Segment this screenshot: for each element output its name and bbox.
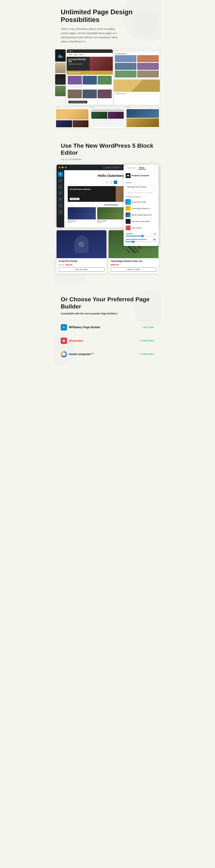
space-slider[interactable] xyxy=(126,242,156,242)
product-half-3 xyxy=(91,112,107,119)
tab-block[interactable]: Block xyxy=(138,166,146,169)
block-editor-demo-area: mystore.com/home xyxy=(55,165,160,278)
window-titlebar xyxy=(67,50,113,53)
columns-slider-thumb[interactable] xyxy=(142,235,144,237)
svg-rect-6 xyxy=(64,341,65,342)
hero-right xyxy=(90,57,113,71)
product-price-2: $805.00 xyxy=(97,222,125,223)
close-panel-button[interactable]: × xyxy=(155,166,156,169)
elementor-logo-svg xyxy=(62,339,65,342)
sidebar-item-media[interactable] xyxy=(58,190,63,196)
product-2-new-price: $805.00 xyxy=(111,264,119,266)
dot-g3 xyxy=(129,107,130,107)
product-2-info: Camouflage Hooded Cotton Jac $805.00 ADD… xyxy=(109,258,158,273)
product-name-1: Blue Hoodie xyxy=(68,220,96,222)
hero-banner-cta[interactable]: SHOP NOW xyxy=(70,198,80,200)
product-row-2 xyxy=(67,89,113,99)
product-list-item-4: Navy Hoodie xyxy=(126,225,156,231)
bottom-feature-screen: Featured Product xyxy=(114,80,160,105)
search-placeholder: Search products to display xyxy=(130,191,153,193)
close-dot xyxy=(68,51,69,52)
screen-bar-1 xyxy=(55,106,89,108)
product-2-add-to-cart[interactable]: ADD TO CART xyxy=(111,268,156,272)
screen-bar-3 xyxy=(126,106,160,108)
list-row-2 xyxy=(91,122,124,124)
product-thumb-1 xyxy=(126,206,130,211)
product-thumb-4 xyxy=(126,225,130,230)
product-name-list-1: Camouflage Hooded Cc xyxy=(131,208,156,210)
products-list: Script Print Hoodie×Camouflage Hooded Cc… xyxy=(126,199,156,231)
space-label-row: Space Between Products 30 xyxy=(126,239,156,241)
product-tile-1 xyxy=(68,76,82,85)
list-row-3 xyxy=(91,124,124,127)
nav-about: About xyxy=(79,54,83,56)
source-dropdown[interactable]: Manually pick products ▼ xyxy=(126,185,156,189)
product-1-info: Script Print Hoodie $66.00 $55.00 ADD TO… xyxy=(57,258,106,273)
list-header xyxy=(91,109,124,111)
sidebar-icon-media xyxy=(60,192,61,194)
shop-screen-content: Top Selling Items xyxy=(114,52,160,79)
toolbar-btn-1[interactable]: ← xyxy=(105,181,109,184)
product-1-add-to-cart[interactable]: ADD TO CART xyxy=(59,268,104,272)
maximize-dot xyxy=(71,51,72,52)
product-1-image: KILLEYSTONOT OULANE xyxy=(57,230,106,258)
product-2-name: Camouflage Hooded Cotton Jac xyxy=(111,260,156,262)
hero-left: Associated With Ball Bag Discover the co… xyxy=(67,57,90,71)
sidebar-item-dashboard[interactable] xyxy=(58,172,63,177)
product-image-1 xyxy=(68,207,96,219)
sidebar-item-pages[interactable] xyxy=(58,178,63,183)
svg-rect-1 xyxy=(128,175,128,176)
sidebar-item-settings[interactable] xyxy=(58,209,63,215)
sidebar-item-posts[interactable] xyxy=(58,184,63,189)
dot-y3 xyxy=(128,107,128,107)
product-remove-btn-0[interactable]: × xyxy=(155,201,156,203)
nav-shop: Shop xyxy=(74,54,78,56)
svg-rect-2 xyxy=(128,175,129,176)
minimize-dot-editor xyxy=(62,166,64,168)
screen-content-2 xyxy=(90,108,125,128)
product-pair xyxy=(56,120,89,127)
product-grid-item-3 xyxy=(115,63,136,70)
block-type-indicator: Product Carousel xyxy=(124,172,158,180)
dot-r3 xyxy=(126,107,127,107)
featured-product-label: Featured Product xyxy=(115,93,159,94)
panel-header: Document Block × xyxy=(124,165,158,172)
vc-logo: vc visual composer™ xyxy=(61,351,94,358)
space-slider-thumb[interactable] xyxy=(132,241,134,243)
wpbakery-icon xyxy=(61,324,67,331)
footer-item-1: Mis-Posted Evening Outfit xyxy=(68,86,83,88)
product-image-2 xyxy=(97,207,125,219)
vc-logo-inner: vc xyxy=(62,352,66,356)
block-type-icon xyxy=(126,173,130,178)
product-search-field[interactable]: 🔍 Search products to display xyxy=(126,190,156,194)
panel-tabs: Document Block xyxy=(126,166,146,169)
svg-rect-3 xyxy=(63,340,64,342)
tab-document[interactable]: Document xyxy=(126,166,137,169)
sidebar-icon-pages xyxy=(60,180,61,181)
hoodie-graphic-1: KILLEYSTONOT OULANE xyxy=(57,230,106,258)
hero-description: There's a lot of freedome when it come t… xyxy=(61,27,120,44)
elementor-name: elementor xyxy=(69,339,83,343)
lookbook-screen xyxy=(126,106,160,128)
product-item-2: Camo Jacket $805.00 xyxy=(97,207,125,224)
screen-bar-2 xyxy=(90,106,125,108)
left-product-strip: 👟 xyxy=(55,50,66,105)
featured-bar: Featured Promotion xyxy=(67,71,113,75)
maximize-dot-editor xyxy=(65,166,67,168)
product-name-list-2: White Hooded Jacket Witl xyxy=(131,214,156,216)
product-tile-2 xyxy=(83,76,97,85)
top-shop-screen: Top Selling Items xyxy=(114,50,160,79)
lookbook-img-2 xyxy=(126,118,159,127)
sidebar-item-comments[interactable] xyxy=(58,197,63,202)
toolbar-btn-2[interactable]: → xyxy=(110,181,113,184)
screen-content-3 xyxy=(126,108,160,128)
close-dot-editor xyxy=(59,166,60,168)
product-1-name: Script Print Hoodie xyxy=(59,260,104,262)
columns-label: Columns xyxy=(126,233,133,235)
hero-banner-text: Pre-Fall Denim Collection xyxy=(70,188,91,190)
sidebar-item-appearance[interactable] xyxy=(58,203,63,208)
columns-slider[interactable] xyxy=(126,236,156,237)
minimize-dot xyxy=(70,51,71,52)
block-settings-panel: Document Block × Product Carousel Source… xyxy=(124,165,158,246)
toolbar-btn-save[interactable]: ✓ xyxy=(114,181,117,184)
